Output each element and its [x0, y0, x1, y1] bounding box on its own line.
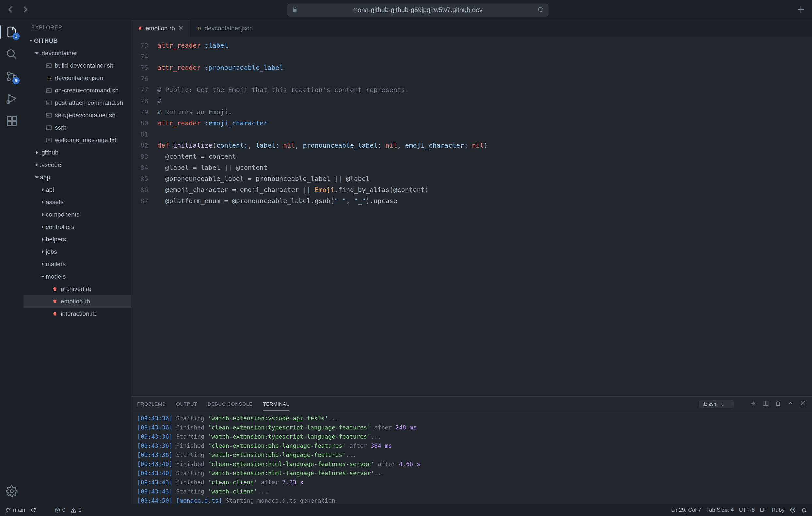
txt-file-icon	[46, 138, 52, 143]
svg-rect-12	[12, 121, 16, 125]
panel-tabs: PROBLEMSOUTPUTDEBUG CONSOLETERMINAL 1: z…	[131, 397, 812, 411]
status-eol[interactable]: LF	[760, 507, 766, 513]
tree-folder[interactable]: app	[24, 171, 131, 183]
panel-tab-debug-console[interactable]: DEBUG CONSOLE	[208, 397, 252, 410]
tree-folder[interactable]: jobs	[24, 246, 131, 258]
activity-settings[interactable]	[5, 485, 18, 498]
editor-area: emotion.rb{}devcontainer.json 7374757677…	[131, 20, 812, 504]
svg-rect-23	[47, 126, 51, 130]
svg-point-39	[6, 511, 7, 512]
nav-back-button[interactable]	[6, 5, 15, 15]
tree-root[interactable]: GITHUB	[24, 35, 131, 47]
tree-folder[interactable]: components	[24, 208, 131, 221]
status-cursor[interactable]: Ln 29, Col 7	[671, 507, 701, 513]
nav-forward-button[interactable]	[21, 5, 29, 15]
editor-tab[interactable]: {}devcontainer.json	[190, 20, 260, 36]
status-tabsize[interactable]: Tab Size: 4	[706, 507, 734, 513]
tree-file[interactable]: {}devcontainer.json	[24, 72, 131, 84]
tree-file[interactable]: ≡on-create-command.sh	[24, 84, 131, 97]
sidebar-explorer: EXPLORER GITHUB .devcontainer≡build-devc…	[24, 20, 131, 504]
tree-folder[interactable]: models	[24, 270, 131, 283]
new-tab-button[interactable]	[796, 5, 806, 16]
addressbar[interactable]: mona-github-github-g59jpq2w5w7.github.de…	[287, 4, 549, 17]
tree-file[interactable]: archived.rb	[24, 283, 131, 295]
status-language[interactable]: Ruby	[772, 507, 785, 513]
tabbar: emotion.rb{}devcontainer.json	[131, 20, 812, 36]
svg-text:≡: ≡	[47, 114, 49, 117]
tree-file[interactable]: interaction.rb	[24, 308, 131, 320]
tree-item-label: build-devcontainer.sh	[55, 62, 114, 69]
svg-point-48	[793, 510, 794, 510]
status-encoding[interactable]: UTF-8	[739, 507, 755, 513]
tree-item-label: .github	[40, 149, 58, 156]
tree-folder[interactable]: .devcontainer	[24, 47, 131, 59]
close-panel-button[interactable]	[800, 400, 806, 408]
tree-item-label: devcontainer.json	[55, 75, 103, 82]
activity-explorer[interactable]: 1	[5, 26, 18, 38]
reload-icon[interactable]	[538, 6, 544, 14]
tree-item-label: .vscode	[40, 161, 61, 169]
tree-item-label: interaction.rb	[61, 310, 97, 317]
json-file-icon: {}	[46, 76, 52, 81]
tree-item-label: welcome_message.txt	[55, 137, 116, 144]
status-warnings[interactable]: 0	[70, 507, 81, 513]
tree-item-label: jobs	[46, 248, 57, 255]
tree-folder[interactable]: mailers	[24, 258, 131, 270]
rb-file-icon	[52, 311, 58, 316]
tree-folder[interactable]: controllers	[24, 221, 131, 233]
activity-extensions[interactable]	[5, 114, 18, 127]
chevron-down-icon	[28, 38, 34, 43]
terminal-shell-select[interactable]: 1: zsh ⌄	[699, 400, 734, 408]
code-editor[interactable]: 737475767778798081828384858687 attr_read…	[131, 36, 812, 397]
svg-point-46	[790, 508, 795, 512]
status-errors[interactable]: 0	[55, 507, 65, 513]
maximize-panel-button[interactable]	[787, 400, 794, 408]
panel-tab-output[interactable]: OUTPUT	[176, 397, 197, 410]
status-feedback[interactable]	[790, 507, 796, 513]
svg-point-13	[10, 490, 13, 493]
panel-tab-problems[interactable]: PROBLEMS	[137, 397, 166, 410]
svg-point-47	[792, 510, 792, 510]
address-url: mona-github-github-g59jpq2w5w7.github.de…	[302, 6, 533, 14]
svg-text:≡: ≡	[47, 64, 49, 67]
tree-file[interactable]: welcome_message.txt	[24, 134, 131, 146]
tree-file[interactable]: ≡build-devcontainer.sh	[24, 59, 131, 72]
tree-folder[interactable]: api	[24, 183, 131, 196]
sh-file-icon: ≡	[46, 100, 52, 106]
gutter: 737475767778798081828384858687	[131, 36, 153, 397]
status-notifications[interactable]	[801, 507, 807, 513]
chevron-down-icon	[34, 51, 40, 56]
new-terminal-button[interactable]	[750, 400, 756, 408]
chevron-right-icon	[40, 237, 46, 242]
terminal-shell-label: 1: zsh	[703, 401, 716, 407]
status-branch[interactable]: main	[5, 507, 25, 513]
tree-file[interactable]: ≡setup-devcontainer.sh	[24, 109, 131, 121]
activity-run-debug[interactable]	[5, 92, 18, 105]
tree-file[interactable]: ≡post-attach-command.sh	[24, 97, 131, 109]
activity-search[interactable]	[5, 48, 18, 61]
svg-rect-26	[47, 138, 51, 142]
tree-folder[interactable]: assets	[24, 196, 131, 208]
rb-file-icon	[138, 25, 142, 32]
tree-folder[interactable]: .vscode	[24, 159, 131, 171]
tree-folder[interactable]: helpers	[24, 233, 131, 246]
terminal-output[interactable]: [09:43:36] Starting 'watch-extension:vsc…	[131, 411, 812, 504]
tree-item-label: models	[46, 273, 66, 280]
svg-text:{}: {}	[198, 26, 201, 30]
tree-item-label: setup-devcontainer.sh	[55, 112, 116, 119]
tree-item-label: emotion.rb	[61, 298, 90, 305]
status-sync[interactable]	[30, 507, 36, 513]
kill-terminal-button[interactable]	[775, 400, 781, 408]
rb-file-icon	[52, 299, 58, 304]
svg-point-2	[7, 50, 14, 57]
error-count: 0	[62, 507, 65, 513]
editor-tab[interactable]: emotion.rb	[131, 20, 190, 36]
statusbar: main 0 0 Ln 29, Col 7 Tab Size: 4 UTF-8 …	[0, 504, 812, 516]
tree-folder[interactable]: .github	[24, 146, 131, 159]
tree-file[interactable]: emotion.rb	[24, 295, 131, 308]
panel-tab-terminal[interactable]: TERMINAL	[263, 397, 289, 411]
split-terminal-button[interactable]	[762, 400, 769, 408]
close-tab-button[interactable]	[178, 25, 183, 32]
activity-source-control[interactable]: 8	[5, 70, 18, 83]
tree-file[interactable]: ssrh	[24, 121, 131, 134]
